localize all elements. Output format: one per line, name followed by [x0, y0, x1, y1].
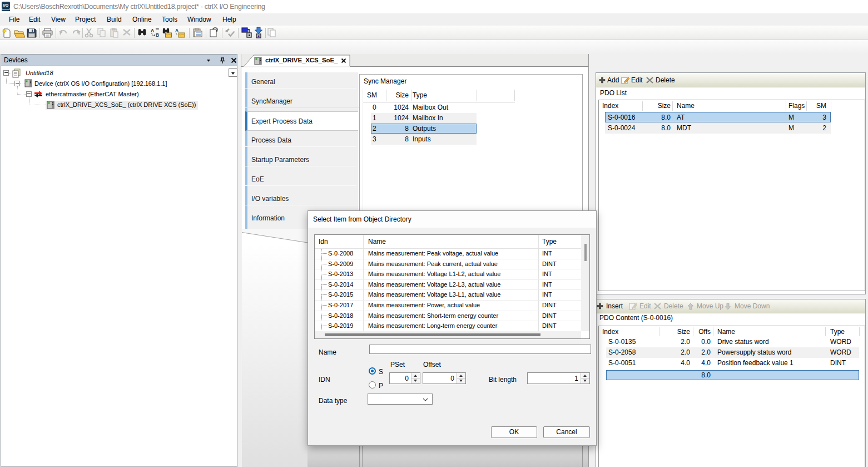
svg-text:A: A: [175, 28, 178, 33]
svg-text:A: A: [151, 28, 154, 33]
svg-text:B: B: [156, 32, 159, 38]
